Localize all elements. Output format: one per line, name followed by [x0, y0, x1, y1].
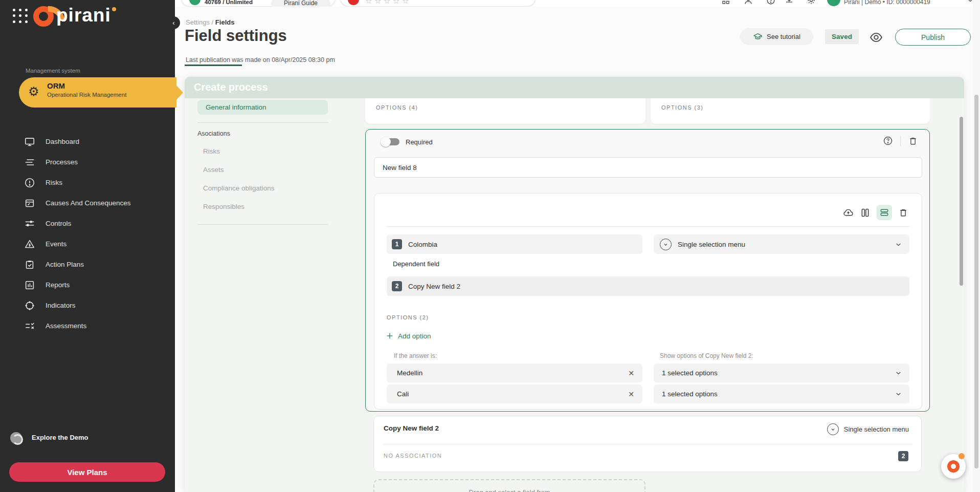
modal-nav-compliance-obligations[interactable]: Compliance obligations — [203, 184, 275, 192]
star-icon[interactable]: ☆ — [365, 0, 372, 6]
delete-option-set-icon[interactable] — [898, 207, 908, 218]
pirani-logo-icon — [33, 6, 54, 27]
plus-icon — [386, 332, 394, 340]
sidebar-item-processes[interactable]: Processes — [0, 153, 175, 172]
page-scrollbar-thumb[interactable] — [974, 95, 978, 468]
alert-circle-icon — [24, 177, 35, 188]
account-label: Pirani | Demo • ID: 0000000419 — [844, 0, 930, 6]
chevron-down-icon — [895, 390, 902, 398]
crosshair-icon — [24, 300, 35, 311]
saved-status-badge: Saved — [825, 29, 859, 44]
required-toggle[interactable] — [381, 137, 401, 147]
collapsed-field-card[interactable]: Copy New field 2 Single selection menu N… — [373, 416, 922, 472]
star-icon[interactable]: ☆ — [402, 0, 409, 6]
condition-options-dropdown[interactable]: 1 selected options — [654, 384, 909, 403]
divider — [384, 444, 912, 444]
clipboard-check-icon — [24, 259, 35, 270]
star-icon[interactable]: ☆ — [374, 0, 381, 6]
remove-condition-icon[interactable]: ✕ — [628, 390, 634, 398]
add-option-button[interactable]: Add option — [386, 332, 431, 340]
publish-button[interactable]: Publish — [895, 29, 971, 46]
sidebar-item-reports[interactable]: Reports — [0, 276, 175, 294]
if-answer-label: If the answer is: — [394, 352, 437, 359]
remove-condition-icon[interactable]: ✕ — [628, 369, 634, 377]
star-icon[interactable]: ☆ — [384, 0, 390, 6]
explore-demo-label[interactable]: Explore the Demo — [32, 434, 88, 441]
options-card-left: OPTIONS (4) — [365, 98, 645, 124]
active-tab-underline — [185, 65, 242, 66]
sidebar-item-risks[interactable]: Risks — [0, 174, 175, 192]
demo-compass-icon[interactable] — [10, 432, 22, 444]
user-icon[interactable] — [744, 0, 753, 5]
field-editor-card: Required New field 8 1 — [365, 129, 930, 412]
usage-counter: 40769 / Unlimited — [205, 0, 253, 5]
circled-chevron-icon — [660, 239, 672, 250]
condition-options-dropdown[interactable]: 1 selected options — [654, 363, 909, 382]
modal-nav-assets[interactable]: Assets — [203, 166, 224, 174]
avatar[interactable] — [827, 0, 840, 6]
sidebar-item-events[interactable]: Events — [0, 235, 175, 253]
star-icon[interactable]: ☆ — [393, 0, 399, 6]
chevron-down-icon — [895, 369, 902, 377]
page-title: Field settings — [185, 27, 287, 45]
divider — [197, 224, 328, 225]
assessment-checklist-icon — [24, 320, 35, 332]
option-value-input[interactable]: 1 Colombia — [387, 234, 642, 254]
required-label: Required — [406, 138, 433, 146]
divider — [900, 136, 901, 146]
show-options-label: Show options of Copy New field 2: — [660, 352, 753, 359]
circled-chevron-icon[interactable] — [827, 423, 839, 435]
inbox-icon[interactable] — [785, 0, 794, 5]
modal-scrollbar-thumb[interactable] — [960, 117, 963, 286]
breadcrumb-current: Fields — [215, 18, 235, 26]
gear-icon[interactable] — [807, 0, 816, 5]
collapsed-field-type: Single selection menu — [844, 425, 909, 433]
pirani-guide-button[interactable]: Pirani Guide — [271, 0, 330, 7]
preview-eye-icon[interactable] — [870, 31, 883, 44]
sidebar-collapse-button[interactable]: ‹ — [167, 16, 180, 29]
cause-card-icon — [24, 198, 35, 209]
field-help-icon[interactable] — [883, 136, 893, 146]
field-options-card: 1 Colombia Single selection menu Depende… — [374, 193, 922, 410]
divider — [197, 122, 328, 123]
cloud-upload-icon[interactable] — [843, 207, 854, 218]
pirani-mark-icon — [947, 460, 960, 473]
sidebar-item-dashboard[interactable]: Dashboard — [0, 133, 175, 151]
apps-small-icon[interactable] — [721, 0, 730, 5]
pirani-logo-text: pirani — [56, 5, 111, 26]
delete-field-icon[interactable] — [908, 136, 918, 146]
help-icon[interactable] — [766, 0, 775, 5]
create-process-panel: Create process General information Asoci… — [185, 77, 964, 492]
graduation-cap-icon — [753, 32, 763, 41]
modal-nav-general-information[interactable]: General information — [197, 100, 328, 115]
sidebar-item-action-plans[interactable]: Action Plans — [0, 255, 175, 274]
association-count-badge: 2 — [898, 451, 908, 461]
field-name-input[interactable]: New field 8 — [374, 157, 922, 178]
view-plans-button[interactable]: View Plans — [9, 462, 165, 482]
condition-answer-input[interactable]: Cali ✕ — [387, 384, 642, 403]
sliders-icon — [24, 218, 35, 229]
breadcrumb-parent[interactable]: Settings — [186, 18, 210, 26]
last-publication-note: Last publication was made on 08/Apr/2025… — [186, 56, 335, 63]
field-dropzone[interactable]: Drag and select a field from — [373, 479, 645, 492]
condition-answer-input[interactable]: Medellin ✕ — [387, 363, 642, 382]
dependent-field-row[interactable]: 2 Copy New field 2 — [387, 276, 909, 296]
dropzone-hint: Drag and select a field from — [374, 488, 644, 492]
modal-nav-responsibles[interactable]: Responsibles — [203, 203, 244, 210]
dependent-field-label: Dependent field — [393, 260, 439, 268]
assistant-fab[interactable] — [941, 454, 966, 479]
field-type-dropdown[interactable]: Single selection menu — [654, 234, 909, 254]
options-card-right: OPTIONS (3) — [651, 98, 930, 124]
management-system-label: Management system — [26, 68, 80, 74]
sidebar-item-causes-and-consequences[interactable]: Causes And Consequences — [0, 190, 175, 217]
sidebar-item-indicators[interactable]: Indicators — [0, 296, 175, 315]
see-tutorial-button[interactable]: See tutorial — [740, 28, 813, 45]
breadcrumb-separator: / — [212, 18, 214, 26]
sidebar-item-controls[interactable]: Controls — [0, 215, 175, 233]
modal-nav-risks[interactable]: Risks — [203, 147, 220, 155]
rows-layout-icon[interactable] — [877, 205, 892, 220]
apps-grid-icon[interactable] — [13, 9, 29, 24]
columns-layout-icon[interactable] — [860, 207, 871, 218]
sidebar-item-assessments[interactable]: Assessments — [0, 317, 175, 335]
sidebar: pirani Management system ⚙ ORM Operation… — [0, 0, 175, 492]
